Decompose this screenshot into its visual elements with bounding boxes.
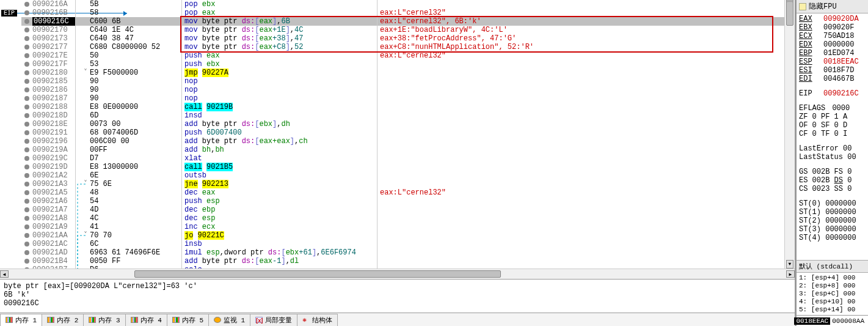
disasm-row[interactable]: 0090219168 0074006Dpush 6D007400 — [21, 128, 784, 137]
reg-line[interactable]: OF 0 SF 0 D — [799, 121, 866, 130]
disasm-row[interactable]: 009021AD6963 61 74696F6Eimul esp,dword p… — [21, 248, 784, 257]
stack-arg[interactable]: 5: [esp+14] 00 — [799, 306, 866, 314]
reg-line[interactable]: ST(4) 0000000 — [799, 234, 866, 242]
disasm-row[interactable]: 00902173C640 38 47mov byte ptr ds:[eax+3… — [21, 34, 784, 43]
disasm-row[interactable]: 0090218690nop — [21, 86, 784, 94]
tab-内存2[interactable]: 内存 2 — [42, 314, 84, 326]
fpu-hide-button[interactable]: 隐藏FPU — [797, 0, 868, 13]
disasm-row[interactable]: 0090219A00FFadd bh,bh — [21, 146, 784, 154]
breakpoint-gutter[interactable] — [21, 248, 32, 257]
breakpoint-gutter[interactable] — [21, 163, 32, 171]
reg-line[interactable]: GS 002B FS 0 — [799, 168, 866, 176]
breakpoint-gutter[interactable] — [21, 214, 32, 223]
breakpoint-gutter[interactable] — [21, 128, 32, 137]
disasm-row[interactable]: 009021A26Eoutsb — [21, 171, 784, 180]
disasm-row[interactable]: 0090216CC600 6Bmov byte ptr ds:[eax],6Be… — [21, 17, 784, 26]
reg-line[interactable]: EBX009020F — [799, 23, 866, 32]
reg-line[interactable]: EDI004667B — [799, 75, 866, 83]
disasm-row[interactable]: 00902188E8 0E000000call 90219B — [21, 103, 784, 111]
reg-line[interactable]: ES 002B DS 0 — [799, 176, 866, 185]
reg-line[interactable]: EIP0090216C — [799, 89, 866, 98]
breakpoint-gutter[interactable] — [21, 223, 32, 231]
reg-line[interactable]: LastStatus 00 — [799, 153, 866, 161]
breakpoint-gutter[interactable] — [21, 17, 32, 26]
disasm-row[interactable]: 00902177C680 C8000000 52mov byte ptr ds:… — [21, 43, 784, 51]
breakpoint-gutter[interactable] — [21, 0, 32, 9]
breakpoint-gutter[interactable] — [21, 34, 32, 43]
reg-line[interactable]: ST(3) 0000000 — [799, 225, 866, 234]
breakpoint-gutter[interactable] — [21, 43, 32, 51]
breakpoint-gutter[interactable] — [21, 137, 32, 146]
breakpoint-gutter[interactable] — [21, 188, 32, 197]
breakpoint-gutter[interactable] — [21, 51, 32, 60]
disasm-row[interactable]: 00902180˅E9 F5000000jmp 90227A — [21, 69, 784, 77]
registers-panel[interactable]: EAX009020DAEBX009020FECX750AD18EDX000000… — [797, 13, 868, 260]
reg-line[interactable]: CS 0023 SS 0 — [799, 185, 866, 193]
reg-line[interactable]: EBP01ED074 — [799, 49, 866, 57]
breakpoint-gutter[interactable] — [21, 231, 32, 240]
reg-line[interactable]: EAX009020DA — [799, 15, 866, 23]
breakpoint-gutter[interactable] — [21, 171, 32, 180]
disasm-vscrollbar[interactable]: ▲ ▼ — [784, 0, 795, 269]
reg-line[interactable]: EDX0000000 — [799, 40, 866, 49]
breakpoint-gutter[interactable] — [21, 197, 32, 206]
disasm-row[interactable]: 0090219CD7xlat — [21, 154, 784, 163]
tab-内存4[interactable]: 内存 4 — [125, 314, 167, 326]
disasm-row[interactable]: 0090218E0073 00add byte ptr ds:[ebx],dh — [21, 120, 784, 128]
breakpoint-gutter[interactable] — [21, 77, 32, 86]
disasm-row[interactable]: 0090218590nop — [21, 77, 784, 86]
tab-内存1[interactable]: 内存 1 — [0, 314, 42, 326]
disasm-row[interactable]: 009021B40050 FFadd byte ptr ds:[eax-1],d… — [21, 257, 784, 265]
disassembly-scroll[interactable]: 0090216A5Bpop ebx0090216B58pop eaxeax:L"… — [21, 0, 784, 269]
scroll-right-arrow-icon[interactable]: ▶ — [786, 270, 795, 278]
disasm-row[interactable]: 0090218790nop — [21, 94, 784, 103]
disasm-row[interactable]: 009021A84Cdec esp — [21, 214, 784, 223]
tab-局部变量[interactable]: [x]局部变量 — [250, 314, 297, 326]
disasm-row[interactable]: 0090217E50push eaxeax:L"cernel32" — [21, 51, 784, 60]
reg-line[interactable]: ZF 0 PF 1 A — [799, 113, 866, 121]
stack-arg[interactable]: 3: [esp+C] 000 — [799, 290, 866, 298]
disasm-row[interactable]: 009021A74Ddec ebp — [21, 206, 784, 214]
breakpoint-gutter[interactable] — [21, 146, 32, 154]
calling-convention-dropdown[interactable]: 默认 (stdcall) — [797, 260, 868, 273]
reg-line[interactable]: CF 0 TF 0 I — [799, 130, 866, 138]
breakpoint-gutter[interactable] — [21, 154, 32, 163]
breakpoint-gutter[interactable] — [21, 120, 32, 128]
scroll-left-arrow-icon[interactable]: ◀ — [0, 270, 9, 278]
scroll-thumb[interactable] — [134, 270, 501, 278]
tab-结构体[interactable]: ❋结构体 — [297, 314, 338, 326]
reg-line[interactable]: ESP0018EEAC — [799, 57, 866, 66]
reg-line[interactable]: ESI0018F7D — [799, 66, 866, 75]
reg-line[interactable]: ECX750AD18 — [799, 32, 866, 40]
breakpoint-gutter[interactable] — [21, 60, 32, 69]
breakpoint-gutter[interactable] — [21, 111, 32, 120]
breakpoint-gutter[interactable] — [21, 206, 32, 214]
tab-监视1[interactable]: 监视 1 — [208, 314, 250, 326]
breakpoint-gutter[interactable] — [21, 240, 32, 248]
disasm-row[interactable]: 009021AC6Cinsb — [21, 240, 784, 248]
disasm-hscrollbar[interactable]: ◀ ▶ — [0, 269, 795, 279]
disasm-row[interactable]: 0090217F53push ebx — [21, 60, 784, 69]
breakpoint-gutter[interactable] — [21, 9, 32, 17]
disasm-row[interactable]: 009021A654push esp — [21, 197, 784, 206]
breakpoint-gutter[interactable] — [21, 257, 32, 265]
tab-内存3[interactable]: 内存 3 — [83, 314, 125, 326]
breakpoint-gutter[interactable] — [21, 180, 32, 188]
stack-arg[interactable]: 2: [esp+8] 000 — [799, 282, 866, 290]
disasm-row[interactable]: 0090216A5Bpop ebx — [21, 0, 784, 9]
disasm-row[interactable]: 0090216B58pop eaxeax:L"cernel32" — [21, 9, 784, 17]
disasm-row[interactable]: 0090218D6Dinsd — [21, 111, 784, 120]
breakpoint-gutter[interactable] — [21, 94, 32, 103]
stack-arg[interactable]: 4: [esp+10] 00 — [799, 298, 866, 306]
breakpoint-gutter[interactable] — [21, 86, 32, 94]
scroll-thumb[interactable] — [786, 1, 793, 26]
reg-line[interactable]: ST(2) 0000000 — [799, 217, 866, 225]
reg-line[interactable]: ST(0) 0000000 — [799, 199, 866, 208]
disasm-row[interactable]: 009021A941inc ecx — [21, 223, 784, 231]
reg-line[interactable]: LastError 00 — [799, 144, 866, 153]
breakpoint-gutter[interactable] — [21, 103, 32, 111]
disasm-row[interactable]: 00902170C640 1E 4Cmov byte ptr ds:[eax+1… — [21, 26, 784, 34]
disasm-row[interactable]: 009021AA˅70 70jo 90221C — [21, 231, 784, 240]
stack-arg[interactable]: 1: [esp+4] 000 — [799, 274, 866, 282]
breakpoint-gutter[interactable] — [21, 26, 32, 34]
